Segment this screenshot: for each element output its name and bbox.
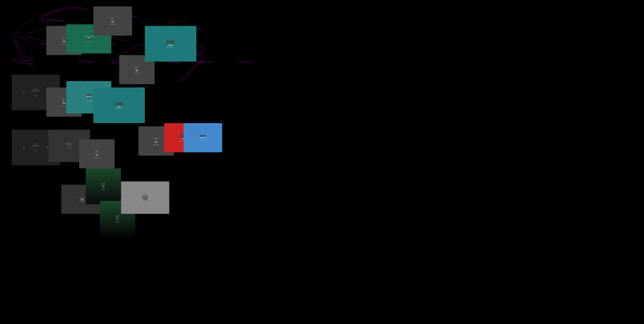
shiro-top-k2[interactable] [169, 40, 170, 42]
crossover2-knob1[interactable] [23, 146, 25, 148]
canvas: ⊗ TWO-WAY CROSSOVER ⊗ TWO-WAY CROSSOVER [0, 0, 644, 324]
avocado1-subtitle: stutter/glitch [101, 184, 106, 185]
stereo-gain-top-knob[interactable] [111, 18, 114, 21]
shiro-mid-k6[interactable] [117, 104, 119, 106]
caps-k1[interactable] [180, 134, 182, 136]
whammy-knob1[interactable] [67, 145, 69, 147]
whammy-title: SUPER WHAMMY [66, 143, 72, 144]
mayank-k3[interactable] [90, 94, 92, 96]
stereo-gain-2-label: Stereo Gain [61, 105, 67, 106]
shiro-mid-pedal[interactable]: SHIRO SHIROOVER MK II [94, 88, 145, 123]
guitarix-k3[interactable] [204, 135, 206, 137]
stereo-gain-top-mod: MOD [111, 21, 114, 22]
whammy-knobs [67, 145, 72, 147]
shiro-top-k4[interactable] [173, 40, 175, 42]
calf-knob3[interactable] [90, 39, 92, 41]
stereo-gain-3-knob[interactable] [135, 66, 139, 70]
stereo-gain-1-knob[interactable] [62, 37, 66, 41]
stereo-gain-3-label: Stereo Gain [134, 73, 140, 74]
shiro-mid-brand: SHIRO [117, 106, 121, 108]
shiro-top-pedal[interactable]: SHIRO SHIROOVER MK II [145, 26, 196, 62]
stereo-gain-4-label: Stereo Gain [94, 157, 100, 158]
stereo-gain-2-knob[interactable] [62, 98, 66, 102]
shiro-top-k3[interactable] [171, 40, 172, 42]
crossover1-knob-row [35, 95, 37, 97]
calf-phaser-pedal[interactable]: CaE Phaser AF Min AF Max On/Off CaE Phas… [121, 181, 169, 214]
crossover1-led1 [24, 94, 24, 94]
caps-led [182, 140, 182, 141]
shiro-top-k1[interactable] [166, 40, 168, 42]
shiro-top-k7[interactable] [171, 42, 172, 44]
shiro-mid-knobs-row2 [115, 104, 124, 106]
calf-subtitle: LFOfilter Resonance [84, 36, 93, 37]
shiro-mid-k1[interactable] [115, 102, 117, 104]
shiro-mid-k7[interactable] [119, 104, 121, 106]
crossover1-knob1[interactable] [23, 91, 25, 93]
stereo-gain-top-pedal[interactable]: MOD Stereo Gain [94, 7, 132, 36]
guitarix-knobs-row1 [200, 135, 206, 137]
xfade-top-row: SIGNAL M/S SHAPE [79, 197, 85, 198]
guitarix-k2[interactable] [202, 135, 204, 137]
avocado1-label: remaincalm [100, 189, 106, 190]
phaser-onoff[interactable]: On/Off [167, 195, 169, 196]
calf-knob2[interactable] [88, 39, 90, 41]
shiro-mid-k2[interactable] [117, 102, 119, 104]
shiro-top-k6[interactable] [169, 42, 170, 44]
crossover2-led2 [47, 149, 48, 149]
phaser-k3[interactable] [146, 196, 148, 198]
whammy-buttons: FIRST LAST [68, 144, 71, 145]
shiro-top-knobs-row1 [166, 40, 175, 42]
mayank-k2[interactable] [88, 94, 90, 96]
xfade-label: Stereo X-Fade [79, 201, 86, 202]
avocado2-subtitle: stutter/glitch [116, 216, 120, 217]
shiro-top-label: SHIROOVER MK II [166, 47, 175, 48]
phaser-k4[interactable] [143, 198, 145, 200]
shiro-mid-knobs-row1 [115, 102, 124, 104]
shiro-mid-k5[interactable] [115, 104, 117, 106]
shiro-top-knobs-row2 [166, 42, 175, 44]
crossover1-icon: ⊗ [35, 88, 37, 90]
avocado1-knob[interactable] [102, 185, 105, 188]
avocado2-knob[interactable] [116, 217, 119, 220]
mayank-k1[interactable] [86, 94, 88, 96]
calf-label: Envelope Filter [85, 41, 92, 42]
phaser-k5[interactable] [145, 198, 147, 200]
avocado1-pedal[interactable]: avocado stutter/glitch remaincalm [86, 168, 121, 204]
stereo-gain-4-mod: MOD [96, 154, 98, 155]
stereo-gain-right-knob[interactable] [154, 137, 158, 141]
mayank-knobs-row [86, 94, 92, 96]
phaser-label: CaE Phaser [142, 200, 148, 201]
phaser-k2[interactable] [144, 196, 146, 198]
shiro-top-k5[interactable] [166, 42, 168, 44]
crossover2-knob3[interactable] [35, 150, 37, 152]
shiro-mid-k8[interactable] [122, 104, 123, 106]
crossover1-knob3[interactable] [35, 95, 37, 97]
xfade-shape: SHAPE [83, 197, 85, 198]
phaser-lbl1: AF Min [122, 195, 124, 196]
whammy-last-btn[interactable]: LAST [69, 144, 71, 145]
phaser-k1[interactable] [142, 196, 144, 198]
guitarix-pedal[interactable]: GUITARIX Reverb Stereo [184, 123, 222, 152]
stereo-gain-3-mod: MOD [136, 70, 138, 71]
whammy-first-btn[interactable]: FIRST [68, 144, 69, 145]
stereo-gain-4-pedal[interactable]: MOD Stereo Gain [79, 139, 114, 169]
calf-knob1[interactable] [86, 39, 88, 41]
shiro-mid-k4[interactable] [122, 102, 123, 104]
crossover2-knob-row [35, 150, 37, 152]
stereo-gain-top-label: Stereo Gain [110, 24, 116, 25]
whammy-knob2[interactable] [70, 145, 72, 147]
caps-k3[interactable] [180, 136, 182, 138]
stereo-gain-right-label: Stereo Gain [153, 144, 159, 145]
stereo-gain-4-knob[interactable] [95, 150, 99, 154]
calf-title: CALF [87, 37, 90, 39]
crossover2-title: TWO-WAY CROSSOVER [32, 145, 40, 146]
shiro-top-k8[interactable] [173, 42, 175, 44]
mayank-title: MAYANK [86, 96, 91, 97]
mayank-main-knob[interactable] [88, 97, 90, 99]
stereo-gain-right-mod: MOD [155, 141, 158, 143]
shiro-mid-k3[interactable] [119, 102, 121, 104]
guitarix-k1[interactable] [200, 135, 202, 137]
guitarix-label: Reverb Stereo [200, 140, 206, 141]
caps-knobs-row1 [180, 134, 184, 136]
crossover2-icon: ⊗ [35, 143, 37, 145]
